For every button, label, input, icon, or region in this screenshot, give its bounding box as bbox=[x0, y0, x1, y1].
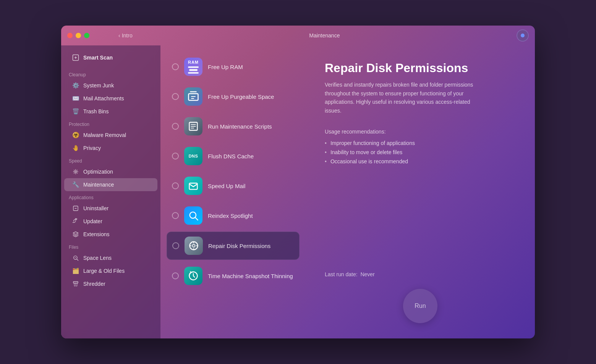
list-item-run-maintenance-scripts[interactable]: Run Maintenance Scripts bbox=[167, 113, 300, 140]
svg-rect-6 bbox=[73, 282, 78, 283]
usage-item-3: Occasional use is recommended bbox=[325, 158, 516, 164]
list-item-free-up-purgeable[interactable]: Free Up Purgeable Space bbox=[167, 83, 300, 110]
sidebar-item-smart-scan[interactable]: Smart Scan bbox=[64, 50, 157, 65]
usage-list: Improper functioning of applications Ina… bbox=[325, 140, 516, 168]
section-speed: Speed bbox=[61, 155, 160, 165]
detail-panel: Repair Disk Permissions Verifies and ins… bbox=[306, 45, 535, 338]
list-item-speed-up-mail[interactable]: Speed Up Mail bbox=[167, 172, 300, 200]
shredder-label: Shredder bbox=[83, 281, 105, 287]
svg-rect-7 bbox=[189, 94, 198, 101]
back-label: Intro bbox=[122, 32, 133, 39]
radio-run-maintenance-scripts[interactable] bbox=[172, 123, 179, 130]
radio-reindex-spotlight[interactable] bbox=[172, 212, 179, 219]
close-button[interactable] bbox=[67, 33, 73, 38]
files-icon: 🗂️ bbox=[72, 267, 79, 275]
title-bar: ‹ Intro Maintenance bbox=[61, 26, 535, 45]
sidebar-item-system-junk[interactable]: ⚙️ System Junk bbox=[64, 79, 157, 92]
gear-icon: ⚙️ bbox=[72, 82, 79, 89]
free-up-ram-label: Free Up RAM bbox=[208, 64, 243, 70]
optimization-label: Optimization bbox=[83, 169, 113, 175]
reindex-spotlight-label: Reindex Spotlight bbox=[208, 213, 253, 219]
flush-dns-label: Flush DNS Cache bbox=[208, 153, 254, 159]
repair-disk-label: Repair Disk Permissions bbox=[208, 243, 270, 249]
app-window: ‹ Intro Maintenance Smart Scan Cleanup ⚙… bbox=[61, 26, 535, 338]
svg-line-4 bbox=[77, 259, 78, 261]
privacy-label: Privacy bbox=[83, 145, 101, 151]
sidebar-item-trash-bins[interactable]: 🗑️ Trash Bins bbox=[64, 105, 157, 118]
title-bar-nav: ‹ Intro bbox=[118, 32, 133, 39]
run-maintenance-scripts-label: Run Maintenance Scripts bbox=[208, 123, 272, 130]
sidebar-item-uninstaller[interactable]: Uninstaller bbox=[64, 202, 157, 215]
speed-icon bbox=[72, 168, 79, 176]
extensions-icon bbox=[72, 230, 79, 238]
last-run-value: Never bbox=[360, 271, 374, 277]
lens-icon bbox=[72, 254, 79, 262]
radio-repair-disk[interactable] bbox=[172, 242, 179, 249]
uninstaller-label: Uninstaller bbox=[83, 205, 109, 211]
disk-icon bbox=[185, 237, 203, 255]
list-item-reindex-spotlight[interactable]: Reindex Spotlight bbox=[167, 202, 300, 229]
sidebar-item-space-lens[interactable]: Space Lens bbox=[64, 251, 157, 264]
updater-label: Updater bbox=[83, 218, 102, 224]
biohazard-icon: ☣️ bbox=[72, 131, 79, 139]
dns-icon: DNS bbox=[184, 147, 202, 165]
trash-icon: 🗑️ bbox=[72, 108, 79, 115]
radio-free-up-purgeable[interactable] bbox=[172, 93, 179, 100]
run-button[interactable]: Run bbox=[403, 289, 437, 323]
sidebar-item-optimization[interactable]: Optimization bbox=[64, 165, 157, 178]
minimize-button[interactable] bbox=[76, 33, 81, 38]
list-panel: RAM Free Up RAM bbox=[160, 45, 306, 338]
list-item-time-machine[interactable]: Time Machine Snapshot Thinning bbox=[167, 262, 300, 290]
list-item-free-up-ram[interactable]: RAM Free Up RAM bbox=[167, 53, 300, 81]
sidebar: Smart Scan Cleanup ⚙️ System Junk ✉️ Mai… bbox=[61, 45, 160, 338]
section-protection: Protection bbox=[61, 118, 160, 129]
radio-speed-up-mail[interactable] bbox=[172, 182, 179, 189]
usage-item-2: Inability to move or delete files bbox=[325, 149, 516, 155]
sidebar-item-maintenance[interactable]: 🔧 Maintenance bbox=[64, 178, 157, 191]
user-avatar[interactable] bbox=[517, 29, 529, 42]
sidebar-item-updater[interactable]: Updater bbox=[64, 215, 157, 228]
usage-label: Usage recommendations: bbox=[325, 129, 516, 135]
svg-line-11 bbox=[195, 217, 198, 220]
section-applications: Applications bbox=[61, 191, 160, 202]
smart-scan-label: Smart Scan bbox=[83, 55, 113, 61]
sidebar-item-extensions[interactable]: Extensions bbox=[64, 228, 157, 241]
scripts-icon bbox=[184, 117, 202, 135]
last-run-label: Last run date: bbox=[325, 271, 358, 277]
extensions-label: Extensions bbox=[83, 231, 109, 237]
malware-removal-label: Malware Removal bbox=[83, 132, 126, 138]
free-up-purgeable-label: Free Up Purgeable Space bbox=[208, 93, 274, 100]
list-item-repair-disk[interactable]: Repair Disk Permissions bbox=[167, 232, 300, 260]
sidebar-item-shredder[interactable]: Shredder bbox=[64, 277, 157, 290]
time-machine-label: Time Machine Snapshot Thinning bbox=[208, 273, 293, 279]
last-run: Last run date: Never bbox=[325, 271, 516, 277]
system-junk-label: System Junk bbox=[83, 82, 114, 89]
wrench-icon: 🔧 bbox=[72, 181, 79, 188]
radio-flush-dns[interactable] bbox=[172, 153, 179, 159]
speed-up-mail-label: Speed Up Mail bbox=[208, 183, 245, 189]
sidebar-item-malware-removal[interactable]: ☣️ Malware Removal bbox=[64, 129, 157, 142]
main-content: RAM Free Up RAM bbox=[160, 45, 535, 338]
radio-time-machine[interactable] bbox=[172, 272, 179, 279]
spotlight-icon bbox=[184, 206, 202, 225]
sidebar-item-large-old-files[interactable]: 🗂️ Large & Old Files bbox=[64, 264, 157, 277]
uninstaller-icon bbox=[72, 205, 79, 212]
hand-icon: 🤚 bbox=[72, 144, 79, 152]
trash-bins-label: Trash Bins bbox=[83, 108, 109, 114]
sidebar-item-mail-attachments[interactable]: ✉️ Mail Attachments bbox=[64, 92, 157, 105]
usage-item-1: Improper functioning of applications bbox=[325, 140, 516, 146]
section-files: Files bbox=[61, 241, 160, 251]
detail-description: Verifies and instantly repairs broken fi… bbox=[325, 81, 485, 115]
maximize-button[interactable] bbox=[84, 33, 89, 38]
shredder-icon bbox=[72, 280, 79, 288]
time-machine-icon bbox=[184, 267, 202, 285]
detail-title: Repair Disk Permissions bbox=[325, 61, 516, 75]
back-button[interactable]: ‹ Intro bbox=[118, 32, 133, 39]
maintenance-label: Maintenance bbox=[83, 182, 114, 188]
sidebar-item-privacy[interactable]: 🤚 Privacy bbox=[64, 142, 157, 155]
radio-free-up-ram[interactable] bbox=[172, 63, 179, 70]
large-old-files-label: Large & Old Files bbox=[83, 268, 125, 274]
mail-attachments-label: Mail Attachments bbox=[83, 95, 124, 101]
svg-point-1 bbox=[75, 171, 76, 172]
list-item-flush-dns[interactable]: DNS Flush DNS Cache bbox=[167, 142, 300, 170]
